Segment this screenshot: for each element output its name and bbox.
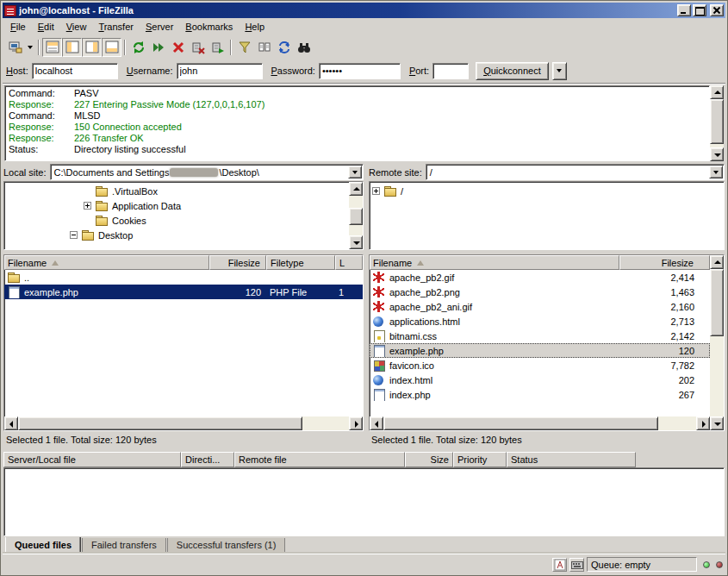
file-row[interactable]: favicon.ico7,782 — [370, 358, 710, 373]
column-header-size[interactable]: Size — [405, 452, 453, 467]
tree-item[interactable]: / — [370, 184, 724, 198]
quickconnect-dropdown-button[interactable] — [552, 62, 567, 80]
scroll-left-button[interactable] — [4, 416, 18, 430]
column-header-server-local-file[interactable]: Server/Local file — [3, 452, 181, 467]
menu-transfer[interactable]: Transfer — [92, 20, 140, 34]
scrollbar-track[interactable] — [383, 416, 696, 430]
tree-item[interactable]: .VirtualBox — [4, 184, 349, 198]
log-scrollbar[interactable] — [710, 85, 724, 161]
column-header-direction[interactable]: Directi... — [181, 452, 234, 467]
tab-failed-transfers[interactable]: Failed transfers — [82, 538, 166, 554]
column-header-filename[interactable]: Filename — [370, 255, 619, 270]
tree-item[interactable]: Desktop — [4, 228, 349, 242]
local-site-dropdown-button[interactable] — [348, 166, 362, 178]
site-manager-button[interactable] — [5, 38, 25, 57]
scrollbar-thumb[interactable] — [710, 99, 724, 144]
remote-site-combo[interactable]: / — [426, 164, 725, 180]
column-header-remote-file[interactable]: Remote file — [234, 452, 405, 467]
remote-vertical-scrollbar[interactable] — [710, 255, 724, 430]
filter-button[interactable] — [234, 38, 254, 57]
synchronized-browsing-button[interactable] — [274, 38, 294, 57]
local-tree-scrollbar[interactable] — [349, 182, 363, 249]
remote-site-dropdown-button[interactable] — [709, 166, 723, 178]
menu-server[interactable]: Server — [140, 20, 179, 34]
scroll-up-button[interactable] — [710, 255, 724, 269]
scrollbar-track[interactable] — [710, 99, 724, 147]
file-row[interactable]: bitnami.css2,142 — [370, 329, 710, 343]
local-site-combo[interactable]: C:\Documents and Settings\Desktop\ — [50, 164, 364, 180]
host-input[interactable] — [32, 63, 118, 79]
find-files-button[interactable] — [294, 38, 314, 57]
column-header-label: Filetype — [271, 258, 304, 268]
scroll-up-button[interactable] — [710, 85, 724, 99]
scroll-left-button[interactable] — [370, 416, 383, 430]
file-row[interactable]: example.php120 — [370, 343, 710, 358]
scrollbar-thumb[interactable] — [349, 208, 363, 225]
scrollbar-thumb[interactable] — [383, 416, 658, 430]
scroll-right-button[interactable] — [696, 416, 710, 430]
file-name: apache_pb2_ani.gif — [389, 302, 472, 312]
toggle-transfer-queue-button[interactable] — [102, 38, 121, 57]
refresh-button[interactable] — [128, 38, 148, 57]
port-input[interactable] — [432, 63, 469, 79]
tree-item[interactable]: Application Data — [4, 198, 349, 213]
site-manager-dropdown-button[interactable] — [25, 38, 35, 57]
toggle-remote-tree-button[interactable] — [82, 38, 102, 57]
scrollbar-thumb[interactable] — [18, 416, 302, 430]
scrollbar-thumb[interactable] — [710, 269, 724, 336]
menu-file[interactable]: File — [4, 20, 32, 34]
column-header-status[interactable]: Status — [507, 452, 636, 467]
transfer-queue-list[interactable] — [3, 467, 725, 536]
scrollbar-track[interactable] — [710, 269, 724, 416]
column-header-lastmodified[interactable]: L — [335, 255, 363, 270]
file-row[interactable]: .. — [4, 270, 363, 285]
tree-item-label: Desktop — [98, 230, 133, 241]
tree-item[interactable]: Cookies — [4, 213, 349, 228]
file-row[interactable]: index.html202 — [370, 373, 710, 387]
column-header-priority[interactable]: Priority — [453, 452, 507, 467]
scrollbar-track[interactable] — [18, 416, 349, 430]
scroll-down-button[interactable] — [349, 235, 363, 249]
file-row[interactable]: apache_pb2.png1,463 — [370, 285, 710, 299]
tab-successful-transfers[interactable]: Successful transfers (1) — [167, 538, 286, 554]
file-row[interactable]: apache_pb2.gif2,414 — [370, 270, 710, 285]
password-input[interactable] — [319, 63, 401, 79]
column-header-filesize[interactable]: Filesize — [209, 255, 266, 270]
tree-expander[interactable] — [84, 202, 91, 210]
menu-help[interactable]: Help — [239, 20, 271, 34]
log-text: 226 Transfer OK — [74, 133, 144, 144]
scroll-down-button[interactable] — [710, 147, 724, 161]
tree-expander[interactable] — [372, 187, 380, 195]
column-header-filetype[interactable]: Filetype — [266, 255, 335, 270]
quickconnect-button[interactable]: Quickconnect — [476, 62, 549, 80]
menu-bookmarks[interactable]: Bookmarks — [179, 20, 239, 34]
menu-view[interactable]: View — [60, 20, 93, 34]
cancel-operation-button[interactable] — [168, 38, 188, 57]
compare-directories-button[interactable] — [254, 38, 274, 57]
menu-edit[interactable]: Edit — [32, 20, 60, 34]
scrollbar-track[interactable] — [349, 196, 363, 235]
disconnect-button[interactable] — [188, 38, 208, 57]
local-horizontal-scrollbar[interactable] — [4, 416, 363, 430]
username-input[interactable] — [177, 63, 263, 79]
file-row[interactable]: example.php 120 PHP File 1 — [4, 285, 363, 299]
tab-queued-files[interactable]: Queued files — [5, 537, 81, 554]
chevron-down-icon — [28, 46, 33, 49]
close-button[interactable] — [710, 4, 724, 16]
scroll-up-button[interactable] — [349, 182, 363, 196]
process-queue-button[interactable] — [148, 38, 168, 57]
scroll-down-button[interactable] — [710, 416, 724, 430]
remote-horizontal-scrollbar[interactable] — [370, 416, 710, 430]
file-row[interactable]: applications.html2,713 — [370, 314, 710, 329]
reconnect-button[interactable] — [208, 38, 227, 57]
file-row[interactable]: index.php267 — [370, 387, 710, 402]
toggle-local-tree-button[interactable] — [62, 38, 82, 57]
file-row[interactable]: apache_pb2_ani.gif2,160 — [370, 299, 710, 314]
scroll-right-button[interactable] — [349, 416, 363, 430]
maximize-button[interactable] — [693, 4, 706, 16]
column-header-filesize[interactable]: Filesize — [619, 255, 710, 270]
minimize-button[interactable] — [677, 4, 691, 16]
toggle-message-log-button[interactable] — [42, 38, 62, 57]
tree-expander[interactable] — [70, 231, 78, 239]
column-header-filename[interactable]: Filename — [4, 255, 209, 270]
